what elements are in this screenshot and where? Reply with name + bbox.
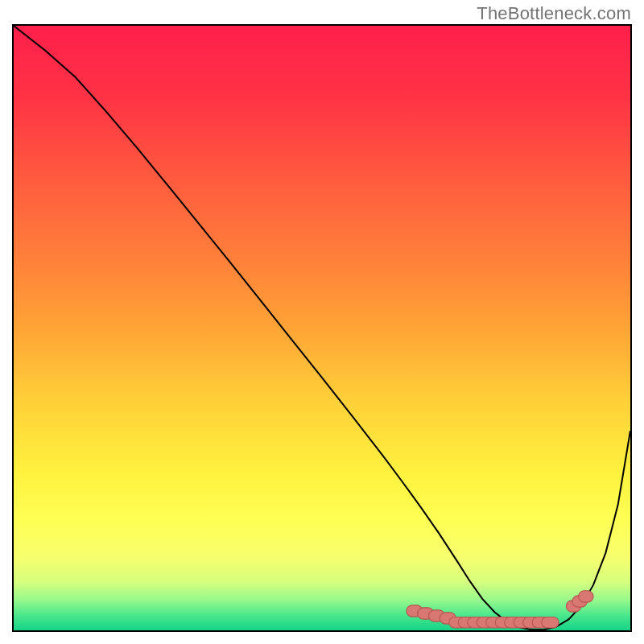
watermark-label: TheBottleneck.com [477, 3, 631, 24]
marker-cluster-b [449, 617, 559, 628]
plot-area [12, 24, 632, 632]
chart-stage: TheBottleneck.com [0, 0, 644, 644]
gradient-background [14, 26, 630, 630]
data-marker [542, 617, 559, 628]
plot-svg [14, 26, 630, 630]
data-marker [579, 591, 593, 602]
